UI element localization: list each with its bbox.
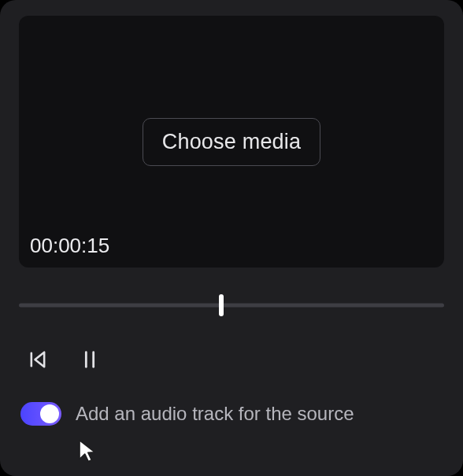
media-timestamp: 00:00:15: [30, 234, 109, 258]
skip-back-icon: [27, 349, 49, 371]
audio-track-row: Add an audio track for the source: [20, 402, 444, 426]
choose-media-button[interactable]: Choose media: [143, 118, 321, 166]
svg-marker-0: [35, 352, 45, 367]
seek-track-bar: [19, 304, 444, 308]
pause-button[interactable]: [79, 349, 101, 371]
toggle-knob: [40, 404, 59, 423]
cursor-icon: [75, 437, 103, 465]
audio-track-label: Add an audio track for the source: [76, 403, 354, 425]
pause-icon: [79, 349, 101, 371]
seek-slider[interactable]: [19, 295, 444, 315]
skip-back-button[interactable]: [27, 349, 49, 371]
transport-controls: [27, 349, 444, 371]
media-preview-well: Choose media 00:00:15: [19, 16, 444, 268]
seek-thumb[interactable]: [219, 294, 224, 316]
audio-track-toggle[interactable]: [20, 402, 61, 426]
media-source-panel: Choose media 00:00:15 Add an audio track…: [0, 0, 463, 476]
